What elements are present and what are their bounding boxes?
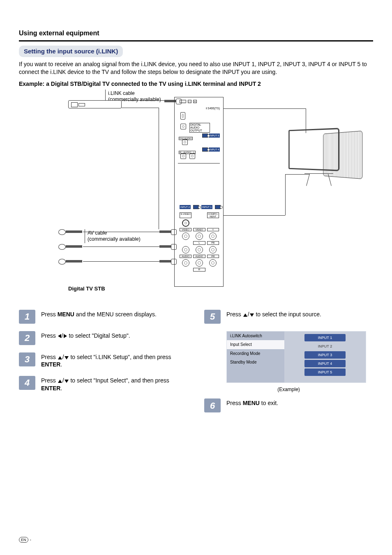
panel-label: DIGITAL AUDIO OUTPUT	[189, 123, 210, 133]
stb-device	[68, 100, 122, 108]
cable-plug	[159, 229, 176, 234]
step-6: 6 Press MENU to exit.	[204, 398, 373, 412]
text-bold: MENU	[58, 311, 74, 318]
port-jack	[202, 147, 208, 152]
osd-right-list: INPUT 1 INPUT 2 INPUT 3 INPUT 4 INPUT 5	[284, 332, 366, 383]
step-number: 2	[19, 331, 35, 345]
panel-label: INPUT 1	[201, 205, 212, 209]
jack-header: S-VIDEO	[180, 212, 191, 218]
step-4: 4 Press / to select "Input Select", and …	[19, 376, 188, 392]
rca-plug	[58, 259, 83, 264]
text-bold: MENU	[243, 400, 260, 406]
text: Press	[41, 354, 58, 360]
jack-header: PR	[207, 255, 219, 258]
port	[180, 112, 185, 120]
text: Press	[41, 377, 58, 384]
text: Press	[226, 311, 243, 318]
digital-stb-label: Digital TV STB	[68, 285, 105, 292]
port-jack	[193, 205, 199, 209]
step-number: 6	[204, 398, 221, 412]
step-text: Press / to select "Digital Setup".	[41, 331, 188, 345]
arrow-up-icon	[58, 356, 62, 359]
arrow-down-icon	[65, 356, 69, 359]
jack-header: AUDIO	[193, 255, 205, 258]
s400-label: S400(TS)	[208, 107, 220, 110]
arrow-down-icon	[65, 380, 69, 383]
port-jack	[202, 134, 208, 138]
text: to select "Digital Setup".	[67, 332, 130, 339]
steps-columns: 1 Press MENU and the MENU screen display…	[19, 310, 373, 420]
text: to select "i.LINK Setup", and then press	[69, 354, 171, 360]
jack-header: Y	[207, 228, 219, 232]
text: to select the input source.	[254, 311, 321, 318]
step-text: Press MENU to exit.	[226, 398, 373, 412]
osd-left-list: i.LINK Autoswitch Input Select Recording…	[227, 332, 284, 383]
text: Press	[41, 311, 58, 318]
step-2: 2 Press / to select "Digital Setup".	[19, 331, 188, 345]
label-line: i.LINK cable	[108, 90, 161, 97]
tv-unit	[286, 129, 368, 199]
osd-caption: (Example)	[204, 386, 373, 393]
wire	[122, 100, 122, 101]
jack-header: PB	[207, 241, 219, 245]
arrow-up-icon	[58, 380, 62, 383]
connection-diagram: i.LINK cable (commercially available) AV…	[19, 92, 373, 302]
text: .	[60, 385, 62, 391]
step-text: Press / to select "Input Select", and th…	[41, 376, 188, 392]
text: to select "Input Select", and then press	[69, 377, 169, 384]
jack-header: COMPO-NENT	[207, 212, 219, 218]
text-bold: ENTER	[41, 385, 60, 391]
example-title: Example: a Digital STB/Digital TV connec…	[19, 80, 373, 88]
rca-plug	[58, 244, 83, 249]
step-number: 3	[19, 352, 35, 366]
panel-divider	[178, 163, 220, 164]
wire	[224, 108, 306, 109]
osd-item-selected: Input Select	[227, 340, 284, 349]
jack-grid: S-VIDEO . COMPO-NENT VIDEO VIDEO Y .	[180, 212, 219, 272]
intro-paragraph: If you want to receive an analog signal …	[19, 60, 373, 76]
steps-left-col: 1 Press MENU and the MENU screen display…	[19, 310, 188, 420]
osd-item: Recording Mode	[227, 349, 284, 358]
ilink-ports: ⬚⬚ | | |•|	[180, 100, 197, 103]
jack-header: VIDEO	[180, 228, 191, 232]
cable-plug	[159, 259, 176, 264]
osd-menu: i.LINK Autoswitch Input Select Recording…	[226, 331, 366, 383]
tv-screen	[288, 128, 339, 171]
wire	[159, 108, 159, 229]
subsection-title: Setting the input source (i.LINK)	[19, 46, 123, 57]
rca-plug	[58, 229, 83, 234]
wire	[83, 261, 159, 262]
jack-header: L	[193, 241, 205, 245]
text: .	[60, 361, 62, 368]
jack-header: VIDEO	[193, 228, 205, 232]
text-bold: ENTER	[41, 361, 60, 368]
label-line: AV cable	[88, 230, 141, 236]
text: Press	[226, 400, 243, 406]
step-number: 4	[19, 376, 35, 390]
osd-item: Standby Mode	[227, 358, 284, 367]
jack-header: R	[193, 268, 205, 272]
arrow-left-icon	[58, 334, 61, 338]
wire	[122, 108, 159, 108]
arrow-up-icon	[243, 313, 247, 317]
step-5: 5 Press / to select the input source.	[204, 310, 373, 324]
osd-option: INPUT 3	[304, 351, 346, 359]
step-3: 3 Press / to select "i.LINK Setup", and …	[19, 352, 188, 369]
port-jack	[215, 205, 221, 209]
step-1: 1 Press MENU and the MENU screen display…	[19, 310, 188, 324]
osd-option: INPUT 1	[304, 334, 346, 341]
label-line: (commercially available)	[88, 236, 141, 242]
panel-label: INPUT 2	[180, 205, 191, 209]
page-title: Using external equipment	[19, 29, 373, 38]
port	[180, 124, 186, 129]
wire	[285, 174, 286, 215]
wire	[83, 246, 159, 247]
jack-header: AUDIO	[180, 255, 191, 258]
osd-option: INPUT 5	[304, 368, 346, 376]
text: to exit.	[260, 400, 278, 406]
arrow-down-icon	[250, 313, 254, 317]
tv-stand	[304, 173, 333, 186]
step-number: 1	[19, 310, 35, 324]
text: Press	[41, 332, 58, 339]
port	[180, 153, 186, 159]
